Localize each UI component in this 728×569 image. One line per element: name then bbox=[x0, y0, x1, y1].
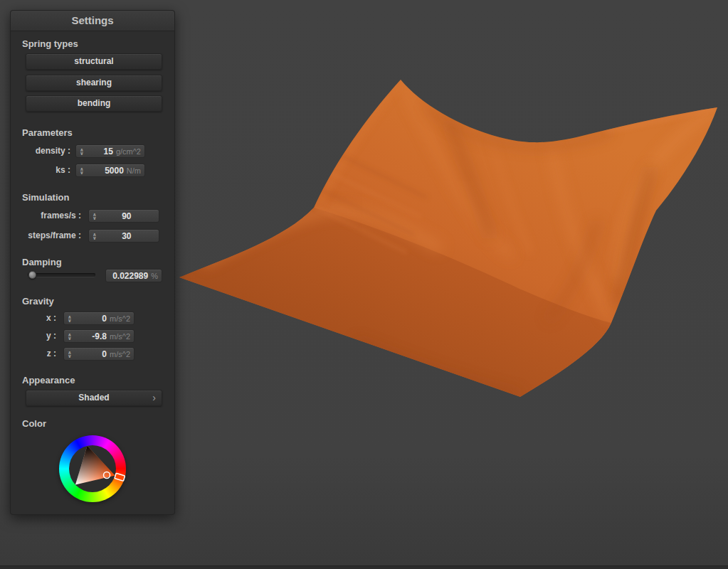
section-label-damping: Damping bbox=[22, 257, 62, 267]
gravity-y-label: y : bbox=[18, 329, 56, 343]
steps-input[interactable]: ∧∨ 30 bbox=[88, 229, 159, 243]
gravity-x-unit: m/s^2 bbox=[110, 314, 130, 323]
ks-value: 5000 bbox=[84, 166, 124, 176]
section-label-appearance: Appearance bbox=[22, 375, 75, 385]
app-window: Settings Spring types structural shearin… bbox=[0, 0, 728, 569]
ks-unit: N/m bbox=[127, 166, 141, 175]
damping-slider-knob[interactable] bbox=[28, 271, 36, 279]
chevron-right-icon: › bbox=[152, 390, 156, 405]
damping-slider[interactable] bbox=[28, 273, 95, 277]
damping-value: 0.022989 bbox=[106, 271, 148, 281]
density-label: density : bbox=[18, 144, 70, 158]
bending-button[interactable]: bending bbox=[26, 95, 162, 112]
gravity-z-unit: m/s^2 bbox=[110, 350, 130, 358]
color-triangle[interactable] bbox=[59, 435, 126, 502]
color-wheel[interactable] bbox=[59, 435, 126, 502]
density-value: 15 bbox=[84, 147, 113, 156]
structural-button[interactable]: structural bbox=[26, 53, 162, 70]
panel-title[interactable]: Settings bbox=[11, 11, 174, 31]
section-label-parameters: Parameters bbox=[22, 127, 73, 138]
appearance-dropdown[interactable]: Shaded › bbox=[26, 390, 162, 406]
gravity-x-input[interactable]: ∧∨ 0 m/s^2 bbox=[63, 312, 134, 325]
gravity-y-value: -9.8 bbox=[72, 331, 107, 341]
density-input[interactable]: ∧∨ 15 g/cm^2 bbox=[75, 144, 145, 158]
gravity-z-label: z : bbox=[18, 347, 56, 361]
frames-value: 90 bbox=[97, 211, 157, 221]
gravity-z-input[interactable]: ∧∨ 0 m/s^2 bbox=[63, 347, 134, 361]
appearance-dropdown-value: Shaded bbox=[78, 393, 109, 403]
section-label-gravity: Gravity bbox=[22, 296, 54, 307]
gravity-x-label: x : bbox=[18, 312, 56, 325]
ks-input[interactable]: ∧∨ 5000 N/m bbox=[75, 164, 145, 177]
density-unit: g/cm^2 bbox=[116, 147, 141, 156]
frames-label: frames/s : bbox=[18, 209, 81, 223]
damping-unit: % bbox=[151, 272, 158, 280]
ks-label: ks : bbox=[18, 164, 70, 177]
hue-marker[interactable] bbox=[115, 473, 125, 481]
section-label-color: Color bbox=[22, 418, 46, 429]
section-label-spring-types: Spring types bbox=[22, 38, 78, 49]
steps-label: steps/frame : bbox=[18, 229, 81, 243]
settings-panel: Settings Spring types structural shearin… bbox=[10, 10, 175, 515]
gravity-z-value: 0 bbox=[72, 349, 107, 359]
gravity-y-unit: m/s^2 bbox=[110, 332, 130, 341]
shearing-button[interactable]: shearing bbox=[26, 75, 162, 91]
window-bottom-edge bbox=[0, 565, 728, 569]
gravity-y-input[interactable]: ∧∨ -9.8 m/s^2 bbox=[63, 329, 134, 343]
steps-value: 30 bbox=[97, 231, 157, 241]
gravity-x-value: 0 bbox=[72, 314, 107, 324]
section-label-simulation: Simulation bbox=[22, 192, 69, 203]
damping-input[interactable]: 0.022989 % bbox=[105, 269, 162, 282]
frames-input[interactable]: ∧∨ 90 bbox=[88, 209, 159, 223]
